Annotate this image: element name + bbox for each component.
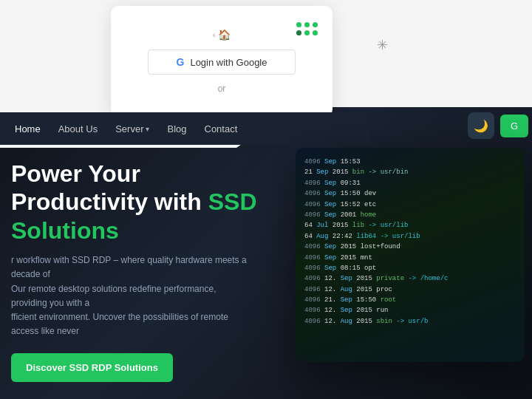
terminal-screen: 4096 Sep 15:53 21 Sep 2015 bin -> usr/bi…	[296, 148, 525, 362]
google-login-button[interactable]: G Login with Google	[148, 50, 296, 75]
dot-2	[304, 22, 310, 27]
nav-item-server[interactable]: Server ▾	[108, 119, 157, 139]
terminal-card: 4096 Sep 15:53 21 Sep 2015 bin -> usr/bi…	[296, 148, 525, 362]
terminal-line: 64 Aug 22:42 lib64 -> usr/lib	[304, 231, 516, 242]
terminal-line: 4096 Sep 2015 lost+found	[304, 242, 516, 252]
terminal-line: 4096 Sep 08:15 opt	[304, 263, 516, 273]
chevron-left-icon: ‹	[213, 30, 216, 39]
hero-description: r workflow with SSD RDP – where quality …	[11, 253, 248, 338]
dots-decoration	[296, 22, 318, 35]
terminal-line: 4096 Sep 15:53	[304, 157, 516, 167]
terminal-line: 4096 12. Sep 2015 private -> /home/c	[304, 273, 516, 284]
terminal-line: 4096 Sep 2015 mnt	[304, 253, 516, 263]
terminal-line: 4096 Sep 2001 home	[304, 210, 516, 220]
settings-icon[interactable]: ✳	[377, 37, 388, 53]
dot-4	[296, 30, 301, 35]
home-icon: 🏠	[218, 29, 231, 41]
nav-item-blog[interactable]: Blog	[160, 119, 194, 139]
hero-title: Power Your Productivity with SSD Solutio…	[11, 160, 344, 245]
home-breadcrumb[interactable]: ‹ 🏠	[213, 29, 231, 41]
navigation-bar: Home About Us Server ▾ Blog Contact	[0, 112, 369, 145]
top-right-controls: 🌙 G	[468, 112, 528, 139]
dot-3	[313, 22, 318, 27]
dark-mode-toggle[interactable]: 🌙	[468, 112, 494, 139]
nav-server-label: Server	[115, 123, 143, 134]
discover-button[interactable]: Discover SSD RDP Solutions	[11, 353, 173, 382]
moon-icon: 🌙	[474, 119, 488, 133]
discover-button-label: Discover SSD RDP Solutions	[26, 362, 158, 373]
terminal-line: 4096 12. Aug 2015 sbin -> usr/b	[304, 316, 516, 327]
dot-5	[304, 30, 310, 35]
nav-item-contact[interactable]: Contact	[197, 119, 245, 139]
dot-6	[313, 30, 318, 35]
hero-title-line3: Solutions	[11, 217, 119, 244]
terminal-line: 64 Jul 2015 lib -> usr/lib	[304, 220, 516, 231]
google-g-icon: G	[177, 56, 185, 68]
get-started-button[interactable]: G	[500, 115, 528, 137]
nav-item-home[interactable]: Home	[7, 119, 48, 139]
chevron-down-icon: ▾	[146, 125, 149, 133]
terminal-line: 21 Sep 2015 bin -> usr/bin	[304, 167, 516, 177]
dot-1	[296, 22, 301, 27]
terminal-line: 4096 Sep 15:50 dev	[304, 188, 516, 199]
nav-item-about[interactable]: About Us	[51, 119, 105, 139]
terminal-line: 4096 12. Sep 2015 run	[304, 305, 516, 316]
terminal-line: 4096 12. Aug 2015 proc	[304, 284, 516, 295]
terminal-line: 4096 Sep 09:31	[304, 178, 516, 188]
terminal-line: 4096 21. Sep 15:50 root	[304, 295, 516, 305]
hero-title-line2: Productivity with SSD	[11, 188, 256, 215]
google-login-label: Login with Google	[190, 57, 267, 68]
terminal-line: 4096 Sep 15:52 etc	[304, 200, 516, 210]
or-divider-text: or	[218, 83, 226, 94]
hero-title-line1: Power Your	[11, 160, 140, 187]
